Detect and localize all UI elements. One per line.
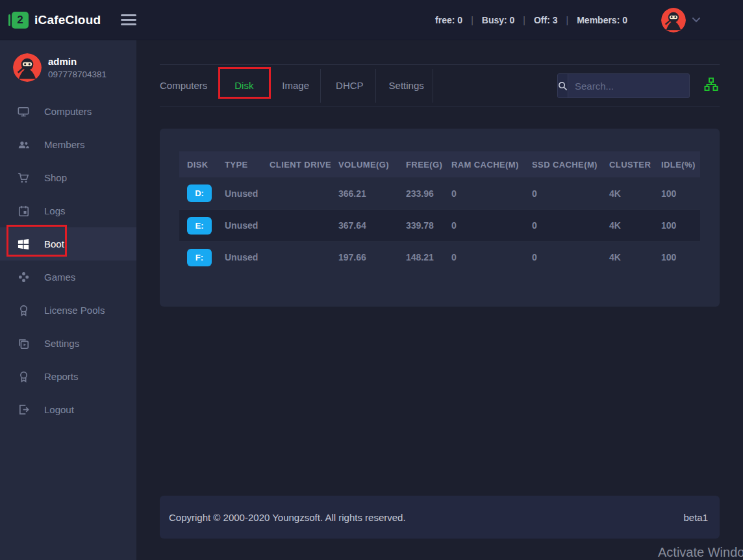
sidebar-nav: Computers Members Shop Logs Boot [0,95,136,426]
cell-free: 233.96 [398,188,444,199]
topbar: 2 iCafeCloud free: 0 | Busy: 0 | Off: 3 … [0,0,743,40]
monitor-icon [17,106,30,118]
table-row[interactable]: F: Unused 197.66 148.21 0 0 4K 100 [179,241,700,273]
sidebar-item-label: Computers [44,106,92,117]
sidebar-item-label: License Pools [44,305,105,316]
status-counters: free: 0 | Busy: 0 | Off: 3 | Members: 0 [435,15,627,25]
user-menu[interactable] [661,8,700,32]
user-name: admin [48,56,107,67]
sidebar-item-logout[interactable]: Logout [0,393,136,426]
sidebar-item-label: Logout [44,404,74,415]
people-icon [17,140,30,150]
cell-idle: 100 [653,220,700,231]
cell-free: 148.21 [398,252,444,262]
cell-ssd-cache: 0 [524,220,601,231]
cell-ram-cache: 0 [444,252,524,262]
cell-ssd-cache: 0 [524,188,601,199]
col-ssd-cache: SSD CACHE(M) [524,160,601,170]
disk-badge[interactable]: E: [187,217,212,235]
cell-volume: 366.21 [331,188,398,199]
brand-icon: 2 [12,12,29,29]
version-label: beta1 [683,512,708,523]
cell-ram-cache: 0 [444,188,524,199]
table-header-row: DISK TYPE CLIENT DRIVE VOLUME(G) FREE(G)… [179,151,700,177]
cell-type: Unused [217,188,262,199]
sidebar-item-label: Games [44,272,75,283]
sidebar-item-label: Members [44,139,85,150]
disk-badge[interactable]: F: [187,249,212,266]
cell-type: Unused [217,220,262,231]
network-topology-icon[interactable] [704,77,718,94]
user-phone: 097778704381 [48,70,107,79]
cell-cluster: 4K [601,252,653,262]
col-disk: DISK [179,160,217,170]
search-box [557,73,690,98]
cell-type: Unused [217,252,262,262]
table-row[interactable]: E: Unused 367.64 339.78 0 0 4K 100 [179,209,700,241]
sidebar-item-label: Settings [44,338,79,349]
sidebar-user: admin 097778704381 [0,40,136,92]
table-row[interactable]: D: Unused 366.21 233.96 0 0 4K 100 [179,177,700,209]
sidebar-item-members[interactable]: Members [0,128,136,161]
cell-volume: 197.66 [331,252,398,262]
disk-badge[interactable]: D: [187,185,212,202]
tab-computers[interactable]: Computers [160,80,207,91]
tab-settings[interactable]: Settings [376,80,433,91]
search-icon[interactable] [558,74,568,97]
windows-icon [17,238,30,250]
brand-logo[interactable]: 2 iCafeCloud [12,12,108,29]
sidebar-item-computers[interactable]: Computers [0,95,136,128]
avatar [13,53,42,82]
brand-name: iCafeCloud [34,13,101,27]
tab-image[interactable]: Image [282,80,320,91]
cell-idle: 100 [653,252,700,262]
sidebar-item-logs[interactable]: Logs [0,194,136,227]
activate-windows-watermark: Activate Windows [658,545,743,560]
copyright-text: Copyright © 2000-2020 Youngzsoft. All ri… [169,512,406,523]
search-input[interactable] [568,74,690,97]
col-idle: IDLE(%) [653,160,700,170]
sidebar-item-shop[interactable]: Shop [0,161,136,194]
calendar-icon [17,205,30,217]
sidebar: admin 097778704381 Computers Members Sho… [0,40,136,560]
off-count: Off: 3 [534,15,558,25]
gamepad-icon [17,272,30,283]
sidebar-item-label: Shop [44,172,67,183]
sidebar-item-label: Reports [44,371,79,382]
members-count: Members: 0 [577,15,627,25]
badge-icon [17,371,30,383]
cell-ram-cache: 0 [444,220,524,231]
layers-icon [17,338,30,350]
avatar[interactable] [661,8,686,32]
tab-bar: Computers Disk Image DHCP Settings [160,64,720,107]
disk-table-card: DISK TYPE CLIENT DRIVE VOLUME(G) FREE(G)… [160,129,720,307]
col-ram-cache: RAM CACHE(M) [444,160,524,170]
free-count: free: 0 [435,15,462,25]
sidebar-item-label: Boot [44,238,64,249]
tab-dhcp[interactable]: DHCP [321,80,375,91]
sidebar-item-label: Logs [44,205,66,216]
chevron-down-icon [692,18,700,23]
cell-cluster: 4K [601,220,653,231]
cart-icon [17,172,30,184]
sidebar-item-boot[interactable]: Boot [0,227,136,261]
sidebar-item-games[interactable]: Games [0,261,136,294]
tab-divider [433,69,433,103]
col-free: FREE(G) [398,160,444,170]
col-client-drive: CLIENT DRIVE [262,160,331,170]
disk-table: DISK TYPE CLIENT DRIVE VOLUME(G) FREE(G)… [179,151,700,273]
tab-disk[interactable]: Disk [218,80,270,91]
cell-ssd-cache: 0 [524,252,601,262]
sidebar-item-license-pools[interactable]: License Pools [0,294,136,327]
cell-idle: 100 [653,188,700,199]
logout-icon [17,404,30,415]
col-cluster: CLUSTER [601,160,653,170]
col-type: TYPE [217,160,262,170]
badge-icon [17,305,30,316]
sidebar-item-settings[interactable]: Settings [0,327,136,360]
col-volume: VOLUME(G) [331,160,398,170]
hamburger-icon [121,14,136,16]
menu-toggle-button[interactable] [117,8,140,32]
busy-count: Busy: 0 [482,15,515,25]
sidebar-item-reports[interactable]: Reports [0,360,136,393]
